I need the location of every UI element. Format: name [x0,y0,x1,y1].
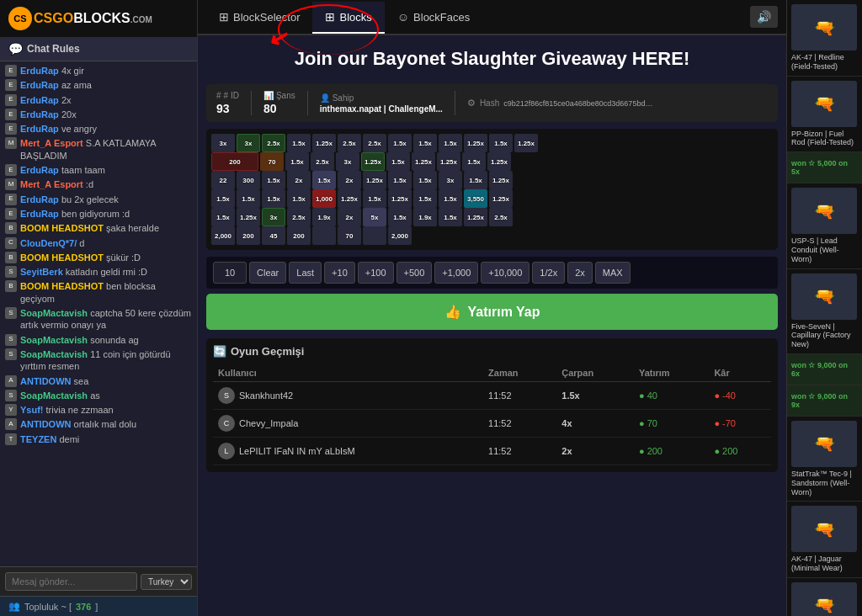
block-cell[interactable]: 1.5x [211,189,235,208]
right-sidebar-item[interactable]: 🔫 Souvenir Crate [787,578,862,616]
invest-button[interactable]: 👍 Yatırım Yap [206,294,778,330]
block-cell[interactable]: 1.9x [413,208,437,226]
chat-username[interactable]: BOOM HEADSHOT [20,281,104,291]
plus500-button[interactable]: +500 [396,262,433,284]
block-cell[interactable]: 3x [237,134,260,152]
block-cell[interactable]: 3x [336,152,359,171]
half-button[interactable]: 1/2x [532,262,565,284]
right-sidebar-item[interactable]: 🔫 AK-47 | Jaguar (Minimal Wear) [787,502,862,578]
block-cell[interactable]: 1.5x [439,208,462,226]
block-cell[interactable]: 1.5x [363,189,386,208]
right-sidebar-item[interactable]: 🔫 Five-SeveN | Capillary (Factory New) [787,269,862,354]
block-cell[interactable]: 1.5x [388,171,412,189]
chat-username[interactable]: SoapMactavish [20,349,88,359]
block-cell[interactable]: 2,000 [211,226,235,245]
block-cell[interactable]: 1.25x [464,208,487,226]
block-cell[interactable]: 2.5x [363,134,386,152]
tab-blocks[interactable]: ⊞ Blocks [312,2,384,34]
block-cell[interactable]: 1.9x [312,208,336,226]
tab-block-faces[interactable]: ☺ BlockFaces [385,2,483,34]
block-cell[interactable]: 1.25x [437,152,460,171]
chat-username[interactable]: BOOM HEADSHOT [20,223,104,233]
block-cell[interactable]: 2x [338,171,361,189]
block-cell[interactable]: 1.25x [412,152,435,171]
chat-username[interactable]: Mert_A Esport [20,179,83,189]
plus10000-button[interactable]: +10,000 [481,262,529,284]
sound-button[interactable]: 🔊 [750,6,778,28]
block-cell[interactable]: 1.5x [462,152,486,171]
chat-username[interactable]: SoapMactavish [20,335,88,345]
block-cell[interactable]: 1.5x [237,189,260,208]
block-cell[interactable]: 1.25x [487,152,511,171]
block-cell[interactable]: 1.5x [262,189,285,208]
block-cell[interactable]: 1.25x [514,134,538,152]
chat-input[interactable] [5,572,137,591]
block-cell[interactable]: 1.25x [388,189,412,208]
block-cell[interactable]: 1.5x [439,134,462,152]
block-cell[interactable] [363,226,386,245]
chat-username[interactable]: Ysuf! [20,405,44,415]
plus1000-button[interactable]: +1,000 [434,262,478,284]
chat-username[interactable]: ErduRap [20,66,59,76]
block-cell[interactable]: 2.5x [262,134,285,152]
block-cell[interactable]: 45 [262,226,285,245]
chat-username[interactable]: SeyitBerk [20,267,63,277]
chat-username[interactable]: SoapMactavish [20,390,88,401]
block-cell[interactable]: 1.25x [237,208,260,226]
chat-username[interactable]: ANTIDOWN [20,419,72,429]
block-cell[interactable]: 200 [211,152,258,171]
block-cell[interactable]: 1.5x [312,171,336,189]
right-sidebar-item[interactable]: 🔫 PP-Bizon | Fuel Rod (Field-Tested) [787,77,862,153]
right-sidebar-item[interactable]: 🔫 AK-47 | Redline (Field-Tested) [787,0,862,77]
block-cell[interactable]: 1.5x [211,208,235,226]
bet-amount-input[interactable] [213,262,247,284]
block-cell[interactable]: 1.25x [361,152,385,171]
block-cell[interactable]: 3x [211,134,235,152]
block-cell[interactable]: 1,000 [312,189,336,208]
chat-username[interactable]: ClouDenQ*7/ [20,238,77,248]
block-cell[interactable]: 3x [439,171,462,189]
block-cell[interactable]: 1.5x [413,171,437,189]
block-cell[interactable]: 2x [287,171,311,189]
chat-username[interactable]: ErduRap [20,194,59,204]
block-cell[interactable]: 1.5x [464,171,487,189]
block-cell[interactable]: 300 [237,171,260,189]
chat-username[interactable]: ErduRap [20,165,59,175]
block-cell[interactable]: 1.5x [386,152,410,171]
block-cell[interactable]: 1.25x [312,134,336,152]
right-sidebar-item[interactable]: won ☆ 5,000 on 5x [787,152,862,183]
block-cell[interactable]: 1.25x [489,189,513,208]
plus10-button[interactable]: +10 [324,262,355,284]
block-cell[interactable]: 70 [260,152,284,171]
block-cell[interactable]: 2.5x [287,208,311,226]
block-cell[interactable] [312,226,336,245]
block-cell[interactable]: 2x [338,208,361,226]
block-cell[interactable]: 2.5x [489,208,513,226]
language-select[interactable]: Turkey [141,574,192,590]
block-cell[interactable]: 3,550 [464,189,487,208]
block-cell[interactable]: 1.5x [388,208,412,226]
right-sidebar-item[interactable]: 🔫 StatTrak™ Tec-9 | Sandstorm (Well-Worn… [787,417,862,502]
block-cell[interactable]: 1.25x [363,171,386,189]
block-cell[interactable]: 22 [211,171,235,189]
block-cell[interactable]: 2.5x [338,134,361,152]
last-button[interactable]: Last [289,262,322,284]
chat-username[interactable]: Mert_A Esport [20,138,83,148]
chat-username[interactable]: BOOM HEADSHOT [20,252,104,263]
chat-username[interactable]: ErduRap [20,80,59,90]
chat-username[interactable]: ErduRap [20,124,59,134]
block-cell[interactable]: 1.25x [464,134,487,152]
chat-username[interactable]: TEYZEN [20,434,56,444]
plus100-button[interactable]: +100 [358,262,394,284]
block-cell[interactable]: 1.25x [338,189,361,208]
block-cell[interactable]: 70 [338,226,361,245]
chat-rules-title[interactable]: Chat Rules [27,43,80,55]
chat-username[interactable]: ANTIDOWN [20,376,72,386]
block-cell[interactable]: 200 [287,226,311,245]
block-cell[interactable]: 1.5x [388,134,412,152]
clear-button[interactable]: Clear [249,262,286,284]
block-cell[interactable]: 1.5x [413,134,437,152]
right-sidebar-item[interactable]: won ☆ 9,000 on 9x [787,385,862,417]
block-cell[interactable]: 1.5x [287,189,311,208]
block-cell[interactable]: 1.5x [262,171,285,189]
